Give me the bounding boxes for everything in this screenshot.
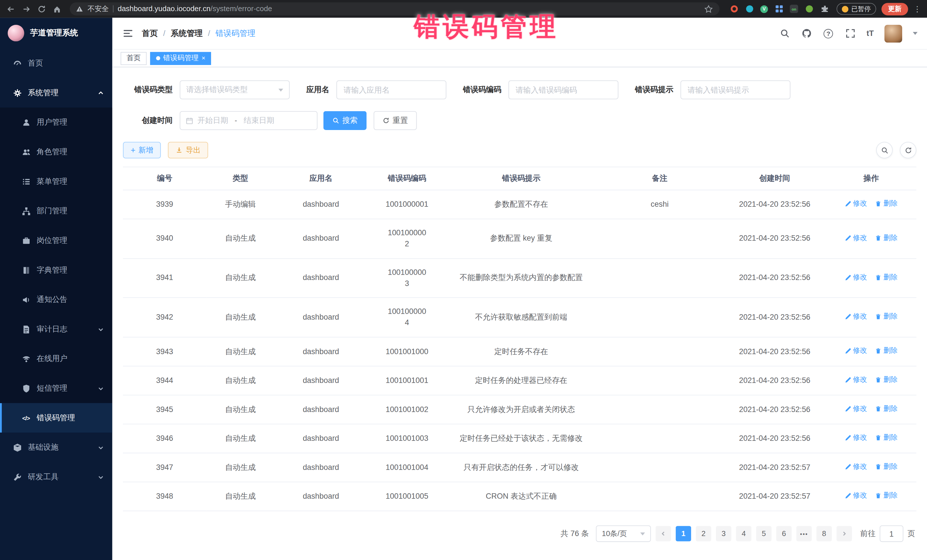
- edit-link[interactable]: 修改: [845, 491, 867, 501]
- delete-link[interactable]: 删除: [875, 404, 898, 414]
- collapse-sidebar-icon[interactable]: [122, 27, 134, 39]
- cell-type: 自动生成: [206, 258, 274, 298]
- edit-link[interactable]: 修改: [845, 346, 867, 356]
- next-page-button[interactable]: [837, 526, 852, 542]
- refresh-table-button[interactable]: [900, 142, 916, 158]
- vue-devtools-icon[interactable]: V: [760, 5, 768, 13]
- edit-link[interactable]: 修改: [845, 312, 867, 322]
- delete-link[interactable]: 删除: [875, 199, 898, 209]
- back-icon[interactable]: [6, 4, 16, 14]
- tab-error-code[interactable]: 错误码管理 ×: [150, 52, 211, 65]
- breadcrumb-separator: /: [208, 29, 210, 38]
- sidebar-item-menu-management[interactable]: 菜单管理: [0, 167, 112, 196]
- delete-link[interactable]: 删除: [875, 491, 898, 501]
- page-button-5[interactable]: 5: [756, 526, 772, 542]
- sidebar-item-role-management[interactable]: 角色管理: [0, 137, 112, 167]
- recorder-extension-icon[interactable]: [729, 5, 739, 14]
- sidebar-item-error-code[interactable]: </> 错误码管理: [0, 403, 112, 433]
- emoji-icon: [842, 6, 849, 12]
- forward-icon[interactable]: [21, 4, 31, 14]
- github-icon[interactable]: [801, 28, 812, 39]
- delete-link[interactable]: 删除: [875, 233, 898, 243]
- paused-badge[interactable]: 已暂停: [837, 3, 876, 15]
- cell-actions: 修改 删除: [826, 424, 916, 453]
- reset-button[interactable]: 重置: [374, 111, 417, 130]
- more-pages-button[interactable]: •••: [796, 526, 812, 542]
- delete-link[interactable]: 删除: [875, 433, 898, 443]
- fullscreen-icon[interactable]: [845, 28, 856, 39]
- font-size-icon[interactable]: tT: [866, 29, 874, 38]
- error-code-input[interactable]: [509, 80, 619, 99]
- avatar[interactable]: [884, 24, 902, 42]
- delete-link[interactable]: 删除: [875, 375, 898, 385]
- cell-id: 3946: [123, 424, 206, 453]
- search-icon: [880, 146, 888, 154]
- leaf-extension-icon[interactable]: [805, 5, 813, 14]
- sidebar-item-post-management[interactable]: 岗位管理: [0, 226, 112, 255]
- help-icon[interactable]: ?: [823, 28, 834, 39]
- search-icon[interactable]: [779, 28, 790, 39]
- refresh-icon[interactable]: [37, 4, 47, 14]
- chevron-right-icon: [841, 531, 847, 537]
- close-icon[interactable]: ×: [202, 55, 205, 62]
- avatar-caret-icon[interactable]: [913, 32, 918, 35]
- sidebar-item-notice[interactable]: 通知公告: [0, 285, 112, 314]
- app-name-input[interactable]: [336, 80, 447, 99]
- update-button[interactable]: 更新: [881, 3, 908, 15]
- edit-link[interactable]: 修改: [845, 199, 867, 209]
- page-button-4[interactable]: 4: [736, 526, 752, 542]
- delete-link[interactable]: 删除: [875, 312, 898, 322]
- page-button-2[interactable]: 2: [696, 526, 711, 542]
- error-type-select[interactable]: 请选择错误码类型: [180, 80, 290, 99]
- goto-page-input[interactable]: [880, 525, 903, 542]
- colorpicker-extension-icon[interactable]: [745, 5, 754, 14]
- sidebar-item-dev-tools[interactable]: 研发工具: [0, 462, 112, 492]
- sidebar-item-user-management[interactable]: 用户管理: [0, 108, 112, 137]
- date-range-picker[interactable]: 开始日期 - 结束日期: [180, 111, 318, 130]
- edit-link[interactable]: 修改: [845, 433, 867, 443]
- delete-link[interactable]: 删除: [875, 461, 898, 472]
- edit-link[interactable]: 修改: [845, 461, 867, 472]
- sidebar-item-dept-management[interactable]: 部门管理: [0, 196, 112, 226]
- prev-page-button[interactable]: [656, 526, 671, 542]
- edit-icon: [845, 274, 851, 281]
- puzzle-extensions-icon[interactable]: [820, 5, 829, 14]
- app-name-label: 应用名: [306, 84, 337, 95]
- breadcrumb-home[interactable]: 首页: [142, 28, 158, 38]
- search-button[interactable]: 搜索: [324, 111, 366, 130]
- error-code-table: 编号 类型 应用名 错误码编码 错误码提示 备注 创建时间 操作 3939: [123, 167, 916, 511]
- home-icon[interactable]: [52, 4, 62, 14]
- apps-extension-icon[interactable]: [774, 5, 783, 14]
- edit-link[interactable]: 修改: [845, 375, 867, 385]
- page-button-1[interactable]: 1: [676, 526, 691, 542]
- page-size-select[interactable]: 10条/页: [596, 525, 651, 542]
- toggle-search-button[interactable]: [876, 142, 893, 158]
- sidebar-item-audit-log[interactable]: 审计日志: [0, 314, 112, 344]
- proxy-extension-icon[interactable]: on: [790, 5, 798, 13]
- sidebar-item-infra[interactable]: 基础设施: [0, 433, 112, 462]
- error-hint-input[interactable]: [681, 80, 791, 99]
- cell-id: 3942: [123, 298, 206, 337]
- page-button-8[interactable]: 8: [816, 526, 832, 542]
- add-button[interactable]: + 新增: [123, 142, 161, 158]
- sidebar-item-online-user[interactable]: 在线用户: [0, 344, 112, 373]
- sidebar-item-home[interactable]: 首页: [0, 49, 112, 78]
- page-button-3[interactable]: 3: [716, 526, 731, 542]
- export-button[interactable]: 导出: [168, 142, 208, 158]
- sidebar-item-system[interactable]: 系统管理: [0, 78, 112, 108]
- edit-link[interactable]: 修改: [845, 404, 867, 414]
- tab-home[interactable]: 首页: [121, 52, 147, 65]
- browser-menu-icon[interactable]: ⋮: [913, 5, 921, 14]
- bookmark-star-icon[interactable]: [704, 4, 714, 14]
- breadcrumb-system[interactable]: 系统管理: [171, 28, 203, 38]
- sidebar-logo[interactable]: 芋道管理系统: [0, 18, 112, 49]
- delete-link[interactable]: 删除: [875, 346, 898, 356]
- sidebar-item-sms-management[interactable]: 短信管理: [0, 373, 112, 403]
- edit-link[interactable]: 修改: [845, 272, 867, 282]
- delete-link[interactable]: 删除: [875, 272, 898, 282]
- address-bar[interactable]: 不安全 dashboard.yudao.iocoder.cn/system/er…: [70, 2, 720, 15]
- sidebar-item-dict-management[interactable]: 字典管理: [0, 255, 112, 285]
- page-button-6[interactable]: 6: [776, 526, 792, 542]
- edit-link[interactable]: 修改: [845, 233, 867, 243]
- cell-actions: 修改 删除: [826, 366, 916, 395]
